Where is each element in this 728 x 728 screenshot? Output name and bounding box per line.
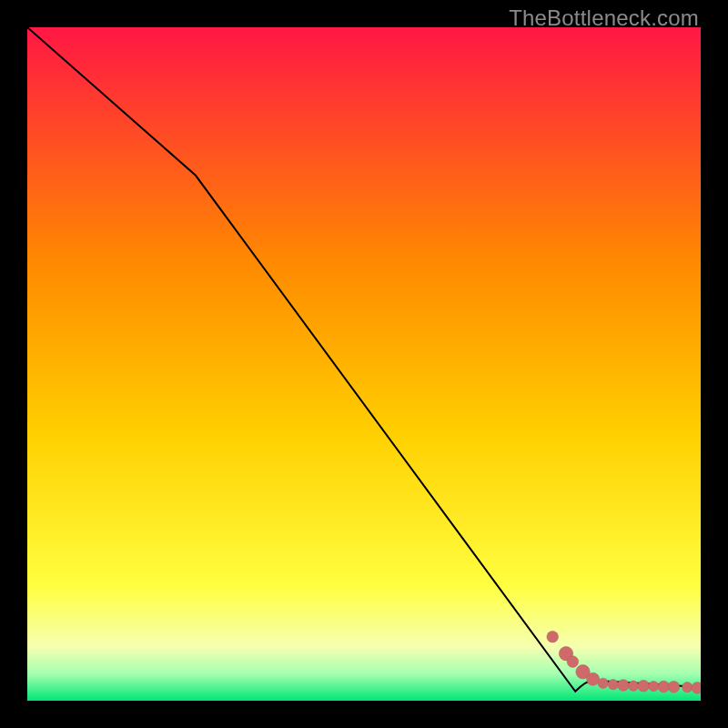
scatter-dot: [628, 681, 638, 691]
chart-svg: [27, 27, 701, 701]
scatter-dot: [692, 682, 701, 694]
chart-stage: TheBottleneck.com: [0, 0, 728, 728]
scatter-dot: [567, 656, 579, 668]
scatter-dot: [598, 678, 608, 688]
scatter-dot: [668, 682, 680, 693]
scatter-dot: [638, 680, 650, 692]
scatter-dot: [608, 680, 618, 690]
scatter-dot: [618, 680, 630, 692]
scatter-dot: [547, 631, 559, 642]
plot-area: [27, 27, 701, 701]
scatter-dot: [658, 681, 670, 693]
gradient-background: [27, 27, 701, 701]
scatter-dot: [649, 682, 659, 692]
scatter-dot: [682, 682, 693, 693]
scatter-dot: [587, 672, 600, 685]
